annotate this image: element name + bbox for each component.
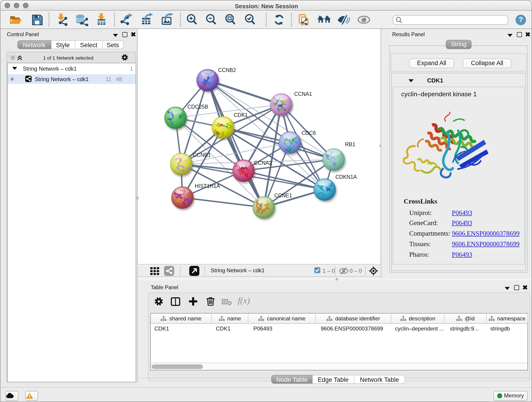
- svg-text:CCNB2: CCNB2: [218, 67, 236, 73]
- svg-text:CCNB1: CCNB1: [193, 152, 211, 158]
- svg-text:CCNA1: CCNA1: [294, 91, 312, 97]
- svg-text:CDK1: CDK1: [234, 112, 248, 118]
- svg-text:CDKN1A: CDKN1A: [336, 174, 357, 180]
- svg-text:CCNA2: CCNA2: [254, 160, 272, 166]
- svg-text:CDC6: CDC6: [302, 130, 316, 136]
- svg-text:RB1: RB1: [345, 141, 355, 147]
- svg-text:CCNE1: CCNE1: [274, 192, 292, 198]
- svg-text:CDC25B: CDC25B: [187, 104, 208, 110]
- svg-text:HIST1H1A: HIST1H1A: [195, 183, 220, 189]
